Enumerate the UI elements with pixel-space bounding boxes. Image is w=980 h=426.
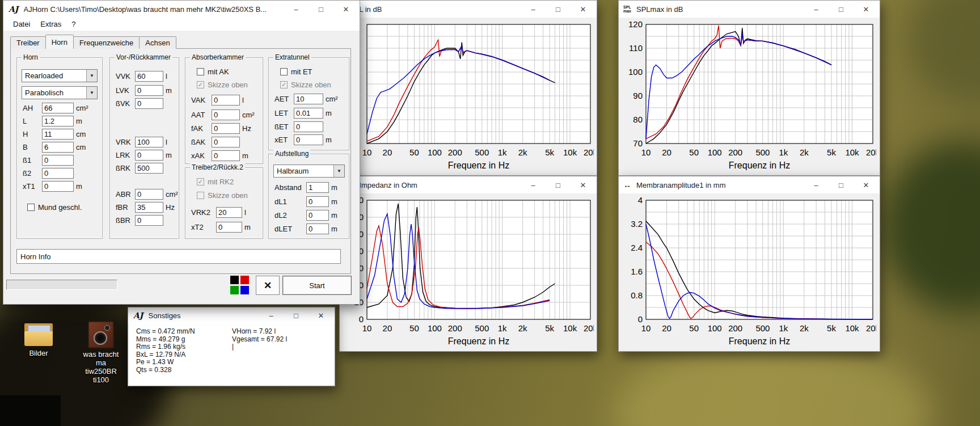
- dl2-input[interactable]: 0: [306, 210, 329, 221]
- close-button[interactable]: ✕: [571, 176, 595, 193]
- bak-input[interactable]: 0: [212, 137, 240, 147]
- maximize-button[interactable]: □: [546, 176, 571, 193]
- checkbox-label: Skizze oben: [208, 191, 248, 200]
- checkbox-label: mit RK2: [208, 178, 234, 186]
- vrk-input[interactable]: 100: [135, 137, 163, 147]
- group-aufstellung: Aufstellung Halbraum ▼ Abstand1m dL10m d…: [268, 154, 349, 239]
- maximize-button[interactable]: □: [829, 176, 854, 193]
- mit-rk2-checkbox[interactable]: mit RK2: [197, 177, 234, 186]
- tab-achsen[interactable]: Achsen: [139, 36, 176, 49]
- window-title: AJHorn C:\Users\Timo\Desktop\was braucht…: [24, 5, 267, 14]
- field-row: B6cm: [23, 141, 100, 153]
- menu-datei[interactable]: Datei: [8, 20, 35, 28]
- svg-text:Frequenz in Hz: Frequenz in Hz: [729, 336, 791, 346]
- bet-input[interactable]: 0: [294, 121, 323, 132]
- tab-treiber[interactable]: Treiber: [10, 36, 46, 49]
- tab-horn[interactable]: Horn: [45, 35, 74, 49]
- abstand-input[interactable]: 1: [306, 182, 329, 193]
- lvk-label: LVK: [116, 86, 133, 95]
- fak-input[interactable]: 0: [212, 123, 240, 134]
- svg-text:20: 20: [662, 147, 671, 157]
- ah-input[interactable]: 66: [42, 103, 74, 113]
- volume-parameters: VHorn = 7.92 l Vgesamt = 67.92 l |: [232, 328, 287, 351]
- let-input[interactable]: 0.01: [294, 108, 323, 119]
- minimize-button[interactable]: –: [804, 176, 829, 193]
- close-button[interactable]: ✕: [333, 1, 358, 18]
- xt1-input[interactable]: 0: [42, 181, 74, 192]
- menu-help[interactable]: ?: [66, 20, 81, 28]
- l-label: L: [23, 117, 40, 125]
- maximize-button[interactable]: □: [309, 1, 333, 18]
- bbr-input[interactable]: 0: [135, 215, 163, 226]
- svg-text:80: 80: [633, 115, 643, 124]
- aet-input[interactable]: 10: [294, 94, 323, 104]
- horn-type-combo[interactable]: Rearloaded ▼: [22, 69, 98, 82]
- mit-et-checkbox[interactable]: mit ET: [280, 67, 312, 76]
- svg-text:0: 0: [638, 314, 643, 324]
- close-button[interactable]: ✕: [854, 1, 878, 18]
- chevron-down-icon[interactable]: ▼: [86, 87, 97, 99]
- svg-text:100: 100: [428, 323, 442, 333]
- horn-contour-combo[interactable]: Parabolisch ▼: [22, 86, 98, 99]
- minimize-button[interactable]: –: [521, 176, 546, 193]
- xak-input[interactable]: 0: [212, 150, 240, 161]
- lrk-input[interactable]: 0: [135, 150, 163, 161]
- desktop-icon-project[interactable]: was bracht ma tiw250BR ti100: [77, 321, 125, 384]
- beta2-input[interactable]: 0: [42, 168, 74, 179]
- h-input[interactable]: 11: [42, 129, 74, 140]
- svg-text:110: 110: [629, 43, 643, 53]
- minimize-button[interactable]: –: [521, 1, 546, 18]
- skizze-oben-checkbox[interactable]: Skizze oben: [280, 80, 331, 89]
- xet-input[interactable]: 0: [294, 134, 323, 145]
- skizze-oben-checkbox[interactable]: Skizze oben: [197, 191, 248, 200]
- checkbox-box: [197, 192, 204, 199]
- mund-geschl-checkbox[interactable]: Mund geschl.: [27, 203, 82, 212]
- cancel-button[interactable]: ✕: [256, 276, 280, 295]
- vvk-input[interactable]: 60: [135, 71, 163, 82]
- close-button[interactable]: ✕: [854, 176, 878, 193]
- xt2-input[interactable]: 0: [216, 222, 242, 233]
- fbr-input[interactable]: 35: [135, 202, 163, 213]
- brk-input[interactable]: 500: [135, 163, 163, 174]
- dl1-unit: m: [331, 197, 337, 206]
- field-row: VAK0l: [191, 94, 260, 106]
- maximize-button[interactable]: □: [284, 307, 309, 323]
- beta1-input[interactable]: 0: [42, 155, 74, 166]
- desktop-icon-bilder[interactable]: Bilder: [15, 322, 62, 357]
- svg-text:10: 10: [362, 323, 372, 333]
- l-input[interactable]: 1.2: [42, 116, 74, 126]
- b-input[interactable]: 6: [42, 142, 74, 153]
- param-vgesamt: Vgesamt = 67.92 l: [232, 336, 287, 344]
- lvk-input[interactable]: 0: [135, 85, 163, 96]
- vak-input[interactable]: 0: [212, 95, 240, 106]
- aat-input[interactable]: 0: [212, 109, 240, 120]
- maximize-button[interactable]: □: [829, 1, 854, 18]
- close-button[interactable]: ✕: [571, 1, 595, 18]
- menu-extras[interactable]: Extras: [35, 20, 66, 28]
- bvk-input[interactable]: 0: [135, 98, 163, 109]
- svg-text:200: 200: [728, 323, 742, 333]
- dlet-input[interactable]: 0: [306, 223, 329, 234]
- chevron-down-icon[interactable]: ▼: [86, 70, 97, 82]
- minimize-button[interactable]: –: [804, 1, 829, 18]
- svg-text:Frequenz in Hz: Frequenz in Hz: [729, 161, 791, 170]
- minimize-button[interactable]: –: [284, 1, 309, 18]
- close-button[interactable]: ✕: [309, 307, 333, 323]
- color-swatch-red: [240, 276, 249, 284]
- svg-text:200: 200: [728, 147, 742, 157]
- abr-input[interactable]: 0: [135, 189, 163, 200]
- maximize-button[interactable]: □: [546, 1, 571, 18]
- mit-ak-checkbox[interactable]: mit AK: [197, 67, 229, 76]
- svg-text:3.2: 3.2: [631, 219, 643, 229]
- minimize-button[interactable]: –: [259, 307, 284, 323]
- start-button[interactable]: Start: [282, 276, 352, 295]
- horn-info-field[interactable]: Horn Info: [16, 249, 341, 264]
- tab-frequenzweiche[interactable]: Frequenzweiche: [73, 36, 140, 49]
- vrk2-input[interactable]: 20: [216, 207, 242, 218]
- chevron-down-icon[interactable]: ▼: [333, 165, 344, 177]
- aufstellung-combo[interactable]: Halbraum ▼: [273, 165, 345, 178]
- field-row: LET0.01m: [274, 107, 347, 119]
- group-absorberkammer: Absorberkammer mit AK Skizze oben VAK0l …: [185, 57, 263, 164]
- dl1-input[interactable]: 0: [306, 196, 329, 207]
- skizze-oben-checkbox[interactable]: Skizze oben: [197, 80, 248, 89]
